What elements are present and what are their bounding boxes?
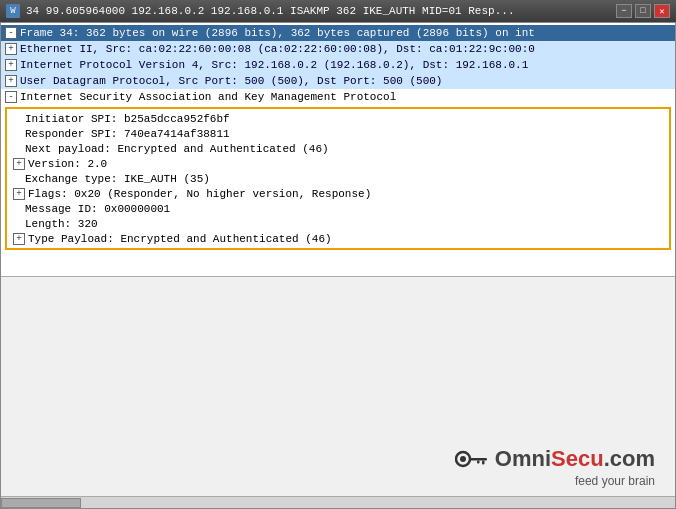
- isakmp-header-row[interactable]: - Internet Security Association and Key …: [1, 89, 675, 105]
- length-row: Length: 320: [11, 216, 665, 231]
- type-payload-row[interactable]: + Type Payload: Encrypted and Authentica…: [11, 231, 665, 246]
- message-id-row: Message ID: 0x00000001: [11, 201, 665, 216]
- svg-point-1: [460, 456, 466, 462]
- watermark-tagline: feed your brain: [575, 474, 655, 488]
- flags-expand-icon[interactable]: +: [13, 188, 25, 200]
- title-bar: W 34 99.605964000 192.168.0.2 192.168.0.…: [0, 0, 676, 22]
- initiator-spi-row: Initiator SPI: b25a5dcca952f6bf: [11, 111, 665, 126]
- next-payload-text: Next payload: Encrypted and Authenticate…: [25, 143, 329, 155]
- packet-list[interactable]: - Frame 34: 362 bytes on wire (2896 bits…: [1, 23, 675, 276]
- svg-rect-2: [469, 458, 487, 461]
- ethernet-row-text: Ethernet II, Src: ca:02:22:60:00:08 (ca:…: [20, 43, 535, 55]
- title-bar-left: W 34 99.605964000 192.168.0.2 192.168.0.…: [6, 4, 514, 18]
- version-row[interactable]: + Version: 2.0: [11, 156, 665, 171]
- responder-spi-row: Responder SPI: 740ea7414af38811: [11, 126, 665, 141]
- responder-spi-text: Responder SPI: 740ea7414af38811: [25, 128, 230, 140]
- logo-omni: Omni: [495, 446, 551, 471]
- ip-expand-icon[interactable]: +: [5, 59, 17, 71]
- initiator-spi-text: Initiator SPI: b25a5dcca952f6bf: [25, 113, 230, 125]
- ip-row[interactable]: + Internet Protocol Version 4, Src: 192.…: [1, 57, 675, 73]
- svg-rect-4: [477, 461, 480, 464]
- ip-row-text: Internet Protocol Version 4, Src: 192.16…: [20, 59, 528, 71]
- exchange-type-row: Exchange type: IKE_AUTH (35): [11, 171, 665, 186]
- isakmp-details-box: Initiator SPI: b25a5dcca952f6bf Responde…: [5, 107, 671, 250]
- version-expand-icon[interactable]: +: [13, 158, 25, 170]
- logo-secu: Secu: [551, 446, 604, 471]
- window-controls: − □ ✕: [616, 4, 670, 18]
- watermark: OmniSecu.com feed your brain: [1, 277, 675, 496]
- watermark-logo: OmniSecu.com: [455, 446, 655, 472]
- ethernet-row[interactable]: + Ethernet II, Src: ca:02:22:60:00:08 (c…: [1, 41, 675, 57]
- scrollbar-thumb[interactable]: [1, 498, 81, 508]
- bottom-panel: OmniSecu.com feed your brain: [1, 276, 675, 496]
- udp-row-text: User Datagram Protocol, Src Port: 500 (5…: [20, 75, 442, 87]
- type-payload-expand-icon[interactable]: +: [13, 233, 25, 245]
- main-content: - Frame 34: 362 bytes on wire (2896 bits…: [0, 22, 676, 509]
- exchange-type-text: Exchange type: IKE_AUTH (35): [25, 173, 210, 185]
- app-icon: W: [6, 4, 20, 18]
- next-payload-row: Next payload: Encrypted and Authenticate…: [11, 141, 665, 156]
- maximize-button[interactable]: □: [635, 4, 651, 18]
- flags-text: Flags: 0x20 (Responder, No higher versio…: [28, 188, 371, 200]
- window-title: 34 99.605964000 192.168.0.2 192.168.0.1 …: [26, 5, 514, 17]
- isakmp-expand-icon[interactable]: -: [5, 91, 17, 103]
- version-text: Version: 2.0: [28, 158, 107, 170]
- minimize-button[interactable]: −: [616, 4, 632, 18]
- udp-expand-icon[interactable]: +: [5, 75, 17, 87]
- isakmp-header-text: Internet Security Association and Key Ma…: [20, 91, 396, 103]
- ethernet-expand-icon[interactable]: +: [5, 43, 17, 55]
- logo-dotcom: .com: [604, 446, 655, 471]
- flags-row[interactable]: + Flags: 0x20 (Responder, No higher vers…: [11, 186, 665, 201]
- length-text: Length: 320: [25, 218, 98, 230]
- frame-expand-icon[interactable]: -: [5, 27, 17, 39]
- svg-rect-3: [482, 461, 485, 465]
- message-id-text: Message ID: 0x00000001: [25, 203, 170, 215]
- close-button[interactable]: ✕: [654, 4, 670, 18]
- type-payload-text: Type Payload: Encrypted and Authenticate…: [28, 233, 332, 245]
- key-icon: [455, 446, 491, 472]
- frame-row-text: Frame 34: 362 bytes on wire (2896 bits),…: [20, 27, 535, 39]
- frame-row[interactable]: - Frame 34: 362 bytes on wire (2896 bits…: [1, 25, 675, 41]
- horizontal-scrollbar[interactable]: [1, 496, 675, 508]
- logo-text: OmniSecu.com: [495, 446, 655, 472]
- udp-row[interactable]: + User Datagram Protocol, Src Port: 500 …: [1, 73, 675, 89]
